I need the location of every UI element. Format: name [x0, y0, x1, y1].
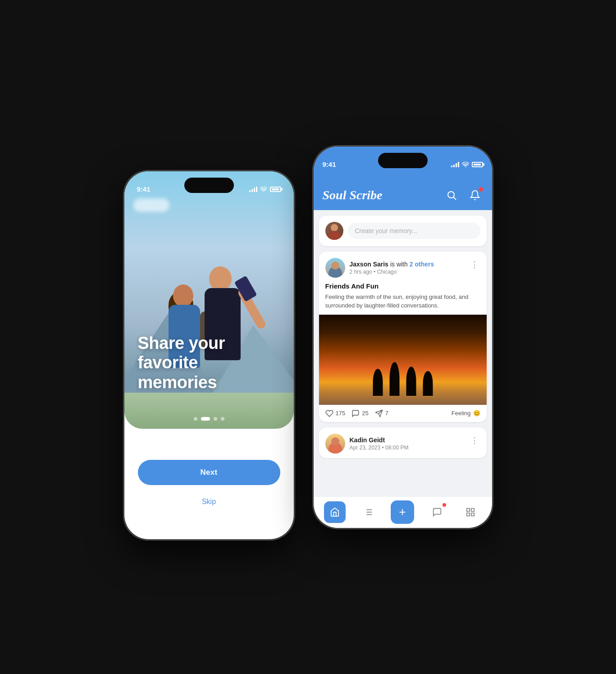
post-author-info-2: Kadin Geidt Apr 23, 2023 • 08:00 PM — [325, 434, 409, 454]
nav-list[interactable] — [357, 501, 379, 523]
nav-add[interactable] — [391, 500, 414, 524]
onboarding-screen: Share your favorite memories Next Skip — [124, 171, 294, 539]
post-image-1 — [319, 315, 487, 405]
feeling-tag-1: Feeling 😊 — [452, 410, 480, 417]
onboarding-buttons: Next Skip — [138, 460, 280, 512]
hero-title: Share your favorite memories — [138, 334, 280, 393]
wifi-icon-right — [462, 162, 469, 167]
user-avatar — [325, 222, 343, 240]
svg-rect-17 — [467, 513, 470, 516]
dot-2 — [201, 417, 210, 421]
hero-image: Share your favorite memories — [124, 171, 294, 429]
share-button-1[interactable]: 7 — [375, 409, 388, 417]
left-phone: 9:41 — [123, 170, 295, 540]
list-icon — [363, 507, 373, 517]
author-avatar-1 — [325, 258, 345, 278]
post-header-1: Jaxson Saris is with 2 others 2 hrs ago … — [319, 252, 487, 282]
post-meta-2: Apr 23, 2023 • 08:00 PM — [350, 445, 409, 451]
hero-text: Share your favorite memories — [138, 334, 280, 393]
svg-rect-16 — [471, 513, 474, 516]
dot-3 — [214, 417, 217, 421]
post-card-1: Jaxson Saris is with 2 others 2 hrs ago … — [319, 252, 487, 422]
time-left: 9:41 — [137, 185, 151, 193]
app-title: Soul Scribe — [323, 188, 383, 202]
left-phone-screen: 9:41 — [124, 171, 294, 539]
bottom-nav — [314, 496, 492, 528]
header-icons — [443, 187, 483, 203]
feed: Create your memory... Jaxson Saris is wi… — [314, 210, 492, 508]
signal-icon — [249, 187, 257, 192]
svg-rect-14 — [467, 509, 470, 511]
svg-point-0 — [263, 191, 264, 192]
svg-point-1 — [465, 166, 466, 167]
post-menu-1[interactable]: ⋮ — [469, 258, 480, 271]
status-icons-left — [249, 187, 281, 192]
author-avatar-2 — [325, 434, 345, 454]
wifi-icon — [260, 187, 267, 192]
like-button-1[interactable]: 175 — [325, 409, 346, 417]
right-status-icons — [451, 162, 483, 167]
chat-badge — [443, 503, 446, 507]
dot-4 — [221, 417, 224, 421]
with-others-link[interactable]: 2 others — [410, 261, 434, 268]
grid-icon — [465, 507, 475, 517]
notifications-button[interactable] — [467, 187, 483, 203]
post-author-info-1: Jaxson Saris is with 2 others 2 hrs ago … — [325, 258, 434, 278]
share-icon — [375, 409, 383, 417]
create-post-card: Create your memory... — [319, 215, 487, 246]
post-header-2: Kadin Geidt Apr 23, 2023 • 08:00 PM — [319, 427, 487, 458]
chat-icon — [432, 507, 442, 517]
create-post-input[interactable]: Create your memory... — [348, 223, 480, 239]
notification-badge — [479, 187, 483, 192]
time-right: 9:41 — [323, 160, 336, 168]
nav-chat[interactable] — [426, 501, 448, 523]
nav-home[interactable] — [324, 501, 346, 523]
post-title-1: Friends And Fun — [319, 282, 487, 293]
skip-button[interactable]: Skip — [138, 491, 280, 512]
post-text-1: Feeling the warmth of the sun, enjoying … — [319, 293, 487, 315]
author-name-1: Jaxson Saris is with 2 others — [350, 261, 434, 268]
next-button[interactable]: Next — [138, 460, 280, 485]
comment-button-1[interactable]: 25 — [351, 409, 368, 417]
post-menu-2[interactable]: ⋮ — [469, 434, 480, 447]
battery-icon-right — [472, 162, 483, 167]
right-phone: 9:41 — [313, 146, 493, 529]
heart-icon — [325, 409, 333, 417]
right-phone-screen: 9:41 — [314, 147, 492, 528]
dot-1 — [194, 417, 197, 421]
svg-line-3 — [453, 197, 456, 200]
dynamic-island-right — [378, 153, 428, 168]
app-screen: 9:41 — [314, 147, 492, 528]
dynamic-island-left — [184, 178, 234, 193]
battery-icon — [270, 187, 281, 192]
home-icon — [330, 507, 340, 517]
pagination-dots — [194, 417, 224, 421]
search-button[interactable] — [443, 187, 460, 203]
bell-icon — [470, 190, 480, 201]
svg-point-2 — [448, 192, 454, 198]
search-icon — [446, 190, 457, 201]
comment-icon — [351, 409, 360, 417]
signal-icon-right — [451, 162, 459, 167]
post-meta-1: 2 hrs ago • Chicago — [350, 269, 434, 275]
nav-grid[interactable] — [460, 501, 481, 523]
author-name-2: Kadin Geidt — [350, 436, 409, 444]
post-actions-1: 175 25 — [319, 405, 487, 422]
plus-icon — [397, 507, 407, 517]
svg-rect-15 — [471, 509, 474, 511]
post-card-2: Kadin Geidt Apr 23, 2023 • 08:00 PM — [319, 427, 487, 458]
